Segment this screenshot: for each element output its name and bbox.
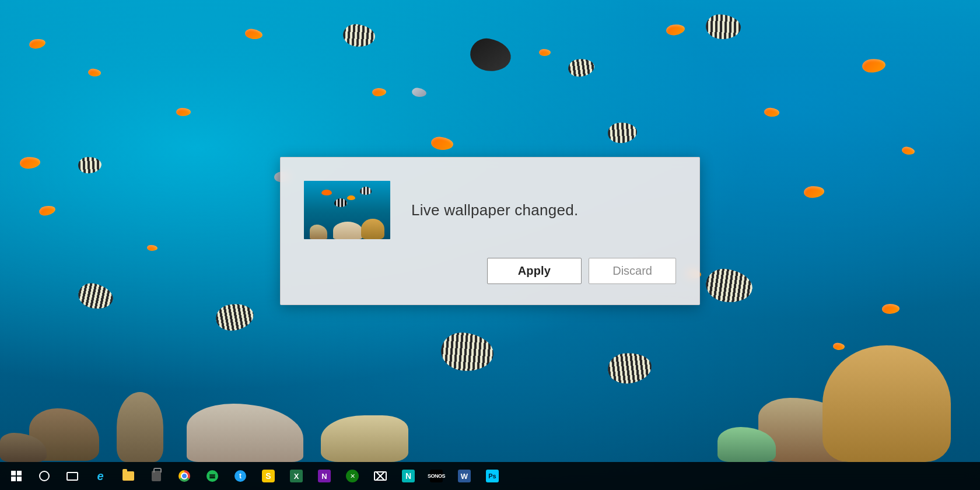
spotify-bars [209, 474, 215, 478]
taskbar-chrome-button[interactable] [170, 462, 198, 490]
sway-icon: S [262, 470, 275, 482]
taskbar-edge-button[interactable]: e [86, 462, 114, 490]
store-bag-icon [152, 471, 161, 481]
taskview-icon [66, 472, 78, 481]
taskbar-xbox-button[interactable]: ✕ [338, 462, 366, 490]
dialog-message-text: Live wallpaper changed. [411, 201, 578, 219]
apply-button[interactable]: Apply [487, 258, 582, 284]
cortana-icon [39, 471, 50, 481]
dialog-content-area: Live wallpaper changed. [304, 181, 676, 239]
chrome-icon [178, 470, 190, 482]
taskbar-photoshop-button[interactable]: Ps [478, 462, 506, 490]
taskbar-start-button[interactable] [2, 462, 30, 490]
taskbar-cortana-button[interactable] [30, 462, 58, 490]
wallpaper-changed-dialog: Live wallpaper changed. Apply Discard [280, 157, 700, 305]
taskbar-onenote-button[interactable]: N [310, 462, 338, 490]
spotify-icon [206, 470, 218, 482]
onenote-icon: N [318, 470, 331, 482]
taskbar-twitter-button[interactable]: t [226, 462, 254, 490]
taskbar-explorer-button[interactable] [114, 462, 142, 490]
notepad-n-icon: N [402, 470, 415, 482]
photoshop-icon: Ps [486, 470, 499, 482]
taskbar-spotify-button[interactable] [198, 462, 226, 490]
folder-icon [123, 471, 134, 481]
excel-icon: X [290, 470, 303, 482]
taskbar: e t S X N ✕ N [0, 462, 980, 490]
dialog-overlay: Live wallpaper changed. Apply Discard [0, 0, 980, 490]
dialog-buttons-area: Apply Discard [304, 258, 676, 284]
discard-button[interactable]: Discard [589, 258, 676, 284]
word-icon: W [458, 470, 471, 482]
wallpaper-thumbnail [304, 181, 390, 239]
taskbar-notepad-button[interactable]: N [394, 462, 422, 490]
taskbar-mail-button[interactable] [366, 462, 394, 490]
twitter-icon: t [235, 470, 246, 482]
taskbar-taskview-button[interactable] [58, 462, 86, 490]
taskbar-sonos-button[interactable]: SONOS [422, 462, 450, 490]
edge-icon: e [97, 470, 103, 483]
taskbar-sway-button[interactable]: S [254, 462, 282, 490]
taskbar-word-button[interactable]: W [450, 462, 478, 490]
mail-icon [374, 471, 387, 481]
windows-logo-icon [11, 471, 22, 481]
taskbar-excel-button[interactable]: X [282, 462, 310, 490]
xbox-icon: ✕ [346, 470, 359, 482]
sonos-icon: SONOS [430, 470, 443, 482]
taskbar-store-button[interactable] [142, 462, 170, 490]
